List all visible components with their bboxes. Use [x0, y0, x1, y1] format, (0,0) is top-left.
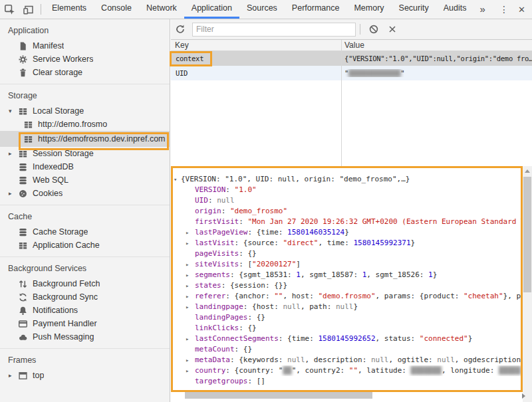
chevron-right-icon[interactable]: ▸ — [186, 334, 189, 344]
sidebar-item-background-sync[interactable]: Background Sync — [0, 290, 170, 304]
more-tabs-button[interactable]: » — [473, 1, 491, 18]
value-cell[interactable]: "█████████████" — [341, 69, 532, 77]
horizontal-scrollbar-thumb[interactable] — [185, 392, 372, 399]
chevron-right-icon[interactable]: ▸ — [186, 280, 189, 291]
table-row-uid[interactable]: UID"█████████████" — [171, 66, 532, 80]
bell-icon — [17, 305, 28, 316]
sidebar-item-service-workers[interactable]: Service Workers — [0, 52, 170, 66]
chevron-right-icon[interactable]: ▸ — [9, 150, 17, 157]
tab-network[interactable]: Network — [139, 0, 184, 19]
json-key-segment: pageVisits — [195, 249, 239, 258]
json-plain-segment: , sgmt_18587: — [301, 270, 362, 279]
filter-input[interactable] — [192, 23, 356, 37]
tab-audits[interactable]: Audits — [436, 0, 474, 19]
sidebar-item-cookies[interactable]: ▸Cookies — [0, 187, 170, 200]
sidebar-item-label: Cookies — [33, 189, 63, 198]
sidebar-item-label: Background Fetch — [33, 279, 100, 288]
json-key-segment: targetgroups — [195, 377, 247, 385]
sidebar-item-top[interactable]: ▸top — [0, 369, 170, 382]
sidebar-item-background-fetch[interactable]: Background Fetch — [0, 277, 170, 290]
sidebar-section-cache: CacheCache StorageApplication Cache — [0, 205, 170, 256]
tab-memory[interactable]: Memory — [346, 0, 391, 19]
preview-line: VERSION: "1.0" — [171, 185, 523, 195]
column-header-value[interactable]: Value — [341, 40, 364, 50]
tab-performance[interactable]: Performance — [285, 0, 347, 19]
sidebar-item-clear-storage[interactable]: Clear storage — [0, 66, 170, 79]
value-cell[interactable]: {"VERSION":"1.0","UID":null,"origin":"de… — [341, 54, 532, 62]
device-toolbar-button[interactable] — [19, 1, 37, 18]
sidebar-item-payment-handler[interactable]: Payment Handler — [0, 317, 170, 330]
sidebar-item-http-demo-frosmo[interactable]: http://demo.frosmo — [0, 118, 170, 131]
sidebar-item-web-sql[interactable]: Web SQL — [0, 173, 170, 187]
scroll-up-arrow-icon[interactable] — [525, 169, 530, 173]
chevron-right-icon[interactable]: ▸ — [186, 270, 189, 280]
tab-sources[interactable]: Sources — [239, 0, 285, 19]
datagrid-header: Key Value — [171, 40, 532, 51]
trash-icon — [17, 67, 28, 78]
json-nul-segment: null — [336, 302, 354, 311]
tab-elements[interactable]: Elements — [45, 0, 94, 19]
chevron-right-icon[interactable]: ▸ — [186, 259, 189, 270]
close-devtools-button[interactable]: ✕ — [515, 5, 532, 15]
json-plain-segment: , longitude: — [442, 366, 499, 375]
preview-line: ▸referer: {anchor: "", host: "demo.frosm… — [171, 291, 523, 302]
sidebar-item-label: Push Messaging — [33, 332, 94, 342]
sidebar-item-local-storage[interactable]: ▾Local Storage — [0, 104, 170, 118]
chevron-right-icon[interactable]: ▸ — [186, 355, 189, 365]
scroll-right-arrow-icon[interactable] — [522, 393, 525, 399]
delete-selected-button[interactable] — [383, 21, 402, 38]
sidebar-item-session-storage[interactable]: ▸Session Storage — [0, 147, 170, 160]
blurred-value: █████ — [499, 366, 521, 375]
json-plain-segment: , status: — [376, 334, 420, 343]
sidebar-item-application-cache[interactable]: Application Cache — [0, 239, 170, 252]
grid-icon — [17, 148, 28, 159]
sidebar-item-notifications[interactable]: Notifications — [0, 304, 170, 317]
sidebar-item-https-demofrosmo-dev-inpref-com[interactable]: https://demofrosmo.dev.inpref.com — [0, 131, 170, 147]
column-resize-divider[interactable] — [341, 40, 342, 166]
horizontal-scrollbar[interactable] — [172, 392, 521, 399]
section-title-storage: Storage — [0, 89, 170, 104]
sidebar-item-label: Web SQL — [33, 175, 68, 185]
chevron-right-icon[interactable]: ▸ — [9, 372, 17, 379]
tab-security[interactable]: Security — [392, 0, 436, 19]
json-str-segment: "cheetah" — [464, 292, 503, 300]
value-text: {"VERSION":"1.0","UID":null,"origin":"de… — [344, 54, 532, 62]
chevron-right-icon[interactable]: ▸ — [186, 291, 189, 302]
clear-all-button[interactable] — [364, 21, 383, 38]
json-plain-segment: : {} — [239, 324, 257, 332]
chevron-right-icon[interactable]: ▸ — [186, 302, 189, 312]
chevron-right-icon[interactable]: ▸ — [9, 190, 17, 197]
json-plain-segment: : {} — [247, 313, 265, 322]
vertical-scrollbar[interactable] — [523, 166, 532, 402]
section-title-background-services: Background Services — [0, 262, 170, 277]
json-plain-segment: : {host: — [243, 302, 283, 311]
json-object-tree: ▾{VERSION: "1.0", UID: null, origin: "de… — [171, 167, 523, 387]
customize-menu-button[interactable]: ⋮ — [493, 4, 515, 15]
chevron-right-icon[interactable]: ▸ — [186, 365, 189, 376]
blurred-value: █████████████ — [348, 69, 400, 77]
sidebar-item-label: Manifest — [33, 41, 64, 50]
sidebar-item-push-messaging[interactable]: Push Messaging — [0, 330, 170, 344]
json-key-segment: siteVisits — [195, 260, 239, 268]
chevron-down-icon[interactable]: ▾ — [9, 108, 17, 114]
table-row-context[interactable]: context{"VERSION":"1.0","UID":null,"orig… — [171, 51, 532, 66]
column-header-key[interactable]: Key — [171, 40, 341, 50]
preview-line: ▾{VERSION: "1.0", UID: null, origin: "de… — [171, 174, 523, 185]
key-cell[interactable]: UID — [171, 69, 341, 77]
chevron-right-icon[interactable]: ▸ — [186, 238, 189, 249]
vertical-scrollbar-thumb[interactable] — [523, 177, 531, 292]
db-icon — [17, 175, 28, 185]
inspect-element-button[interactable] — [0, 1, 19, 18]
sidebar-item-cache-storage[interactable]: Cache Storage — [0, 225, 170, 239]
chevron-down-icon[interactable]: ▾ — [174, 174, 177, 185]
chevron-right-icon[interactable]: ▸ — [186, 227, 189, 238]
json-plain-segment: : [ — [239, 260, 252, 268]
key-cell[interactable]: context — [171, 54, 341, 62]
preview-line: ▸country: {country: "██", country2: "", … — [171, 365, 523, 376]
tab-console[interactable]: Console — [94, 0, 139, 19]
tab-application[interactable]: Application — [184, 0, 239, 19]
sidebar-item-indexeddb[interactable]: IndexedDB — [0, 160, 170, 173]
refresh-button[interactable] — [171, 21, 190, 38]
sidebar-item-manifest[interactable]: Manifest — [0, 39, 170, 52]
sidebar-item-label: Session Storage — [33, 149, 94, 158]
